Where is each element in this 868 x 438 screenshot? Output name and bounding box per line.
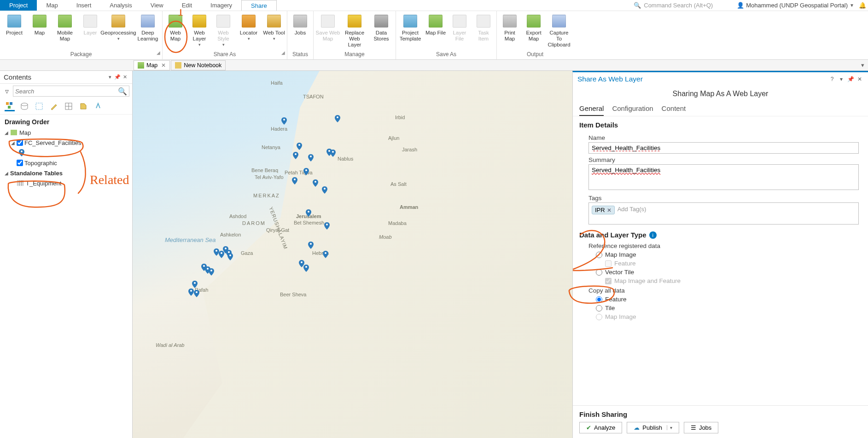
map-pin[interactable] <box>227 253 233 259</box>
dialog-launcher-icon[interactable]: ◢ <box>281 50 285 55</box>
btn-data-stores[interactable]: Data Stores <box>368 13 395 43</box>
radio-map-image-2[interactable] <box>596 314 602 320</box>
jobs-button[interactable]: ☰Jobs <box>684 422 718 433</box>
name-input[interactable] <box>588 142 859 154</box>
map-pin[interactable] <box>208 268 215 274</box>
pin-icon[interactable]: 📌 <box>847 76 854 82</box>
tag-ipr[interactable]: IPR✕ <box>592 206 615 214</box>
btn-mobile-map[interactable]: Mobile Map <box>52 13 78 43</box>
tab-analysis[interactable]: Analysis <box>100 0 141 11</box>
radio-tile[interactable] <box>596 305 602 311</box>
btn-web-map[interactable]: Web Map <box>163 13 187 43</box>
publish-button[interactable]: ☁Publish▾ <box>627 422 679 433</box>
btn-map-package[interactable]: Map <box>28 13 52 37</box>
btn-web-tool[interactable]: Web Tool▾ <box>262 13 286 43</box>
map-pin[interactable] <box>312 179 319 185</box>
help-icon[interactable]: ? <box>828 76 836 82</box>
list-by-perceptual-icon[interactable] <box>93 101 103 111</box>
map-pin[interactable] <box>291 177 298 183</box>
toc-fc-served[interactable]: ◢FC_Served_Facilities <box>2 138 130 148</box>
share-body[interactable]: Item Details Name Summary Tags IPR✕ Add … <box>573 116 868 405</box>
radio-feature[interactable] <box>596 296 602 303</box>
radio-vector-tile[interactable] <box>596 269 602 276</box>
toc-fc-symbol[interactable] <box>2 148 130 158</box>
map-pin[interactable] <box>321 186 328 192</box>
user-menu[interactable]: 👤 Mohammed (UNDP Geospatial Portal) ▼ <box>734 0 857 11</box>
btn-project-package[interactable]: Project <box>1 13 28 37</box>
view-menu-icon[interactable]: ▾ <box>861 62 864 69</box>
btn-map-file[interactable]: Map File <box>424 13 448 37</box>
toc-fc-checkbox[interactable] <box>17 139 23 146</box>
btn-replace-web-layer[interactable]: Replace Web Layer <box>341 13 368 49</box>
toc-standalone-header[interactable]: ◢Standalone Tables <box>2 168 130 178</box>
map-pin[interactable] <box>193 289 200 296</box>
close-icon[interactable]: ✕ <box>121 74 128 80</box>
tab-map-view[interactable]: Map ✕ <box>134 60 170 70</box>
radio-map-image[interactable] <box>596 252 602 258</box>
tab-share[interactable]: Share <box>241 0 277 11</box>
contents-search-field[interactable] <box>15 88 118 95</box>
map-pin[interactable] <box>192 280 198 287</box>
svg-rect-4 <box>36 103 42 110</box>
tab-insert[interactable]: Insert <box>67 0 101 11</box>
pane-menu-icon[interactable]: ▾ <box>106 74 114 80</box>
toc-topo-checkbox[interactable] <box>17 160 23 166</box>
info-icon[interactable]: i <box>649 231 657 239</box>
btn-print-map[interactable]: Print Map <box>498 13 522 43</box>
command-search[interactable]: 🔍 Command Search (Alt+Q) <box>634 0 730 11</box>
map-pin[interactable] <box>303 167 309 174</box>
remove-tag-icon[interactable]: ✕ <box>607 207 612 213</box>
list-by-drawing-order-icon[interactable] <box>5 101 15 111</box>
btn-web-layer[interactable]: Web Layer▾ <box>187 13 211 49</box>
btn-locator[interactable]: Locator▾ <box>235 13 262 43</box>
close-icon[interactable]: ✕ <box>856 76 863 82</box>
list-by-selection-icon[interactable] <box>34 101 44 111</box>
tab-project[interactable]: Project <box>0 0 37 11</box>
list-by-snapping-icon[interactable] <box>64 101 74 111</box>
pane-menu-icon[interactable]: ▾ <box>838 76 845 82</box>
notifications-icon[interactable]: 🔔 <box>857 0 868 11</box>
chevron-down-icon[interactable]: ▾ <box>667 425 672 430</box>
tags-input[interactable]: IPR✕ Add Tag(s) <box>588 202 859 225</box>
pin-icon[interactable]: 📌 <box>114 74 121 80</box>
analyze-button[interactable]: ✔Analyze <box>579 422 622 433</box>
list-by-labeling-icon[interactable] <box>78 101 88 111</box>
tab-view[interactable]: View <box>141 0 173 11</box>
dialog-launcher-icon[interactable]: ◢ <box>157 50 160 55</box>
map-pin[interactable] <box>308 241 314 248</box>
map-pin[interactable] <box>281 117 287 123</box>
btn-export-map[interactable]: Export Map <box>522 13 546 43</box>
btn-project-template[interactable]: Project Template <box>397 13 424 43</box>
close-icon[interactable]: ✕ <box>161 62 166 69</box>
tab-map[interactable]: Map <box>37 0 67 11</box>
map-pin[interactable] <box>292 151 299 158</box>
tab-notebook[interactable]: New Notebook <box>171 60 226 70</box>
map-pin[interactable] <box>324 222 330 228</box>
list-by-source-icon[interactable] <box>19 101 29 111</box>
list-by-editing-icon[interactable] <box>49 101 59 111</box>
item-details-header: Item Details <box>579 119 862 132</box>
map-view[interactable]: Mediterranean Sea Haifa TSAFON Hadera Ne… <box>133 71 572 438</box>
search-input[interactable]: 🔍 <box>13 86 129 97</box>
toc-topographic[interactable]: Topographic <box>2 158 130 168</box>
map-pin[interactable] <box>330 149 336 156</box>
btn-geoprocessing[interactable]: Geoprocessing▾ <box>102 13 134 43</box>
map-pin[interactable] <box>334 115 341 121</box>
btn-deep-learning[interactable]: Deep Learning <box>134 13 161 43</box>
tab-content[interactable]: Content <box>662 104 686 116</box>
map-pin[interactable] <box>305 209 312 215</box>
btn-jobs[interactable]: Jobs <box>288 13 312 37</box>
tab-imagery[interactable]: Imagery <box>201 0 241 11</box>
tab-edit[interactable]: Edit <box>173 0 201 11</box>
tab-configuration[interactable]: Configuration <box>612 104 653 116</box>
toc-map[interactable]: ◢Map <box>2 127 130 138</box>
summary-input[interactable] <box>588 164 859 190</box>
btn-capture-clipboard[interactable]: Capture To Clipboard <box>546 13 572 49</box>
tab-general[interactable]: General <box>579 104 604 116</box>
filter-icon[interactable]: ▿ <box>3 87 11 95</box>
map-pin[interactable] <box>303 264 309 271</box>
map-pin[interactable] <box>296 142 303 149</box>
map-pin[interactable] <box>308 154 314 160</box>
toc-t-equipment[interactable]: T_Equipment <box>2 178 130 188</box>
map-pin[interactable] <box>322 250 329 257</box>
